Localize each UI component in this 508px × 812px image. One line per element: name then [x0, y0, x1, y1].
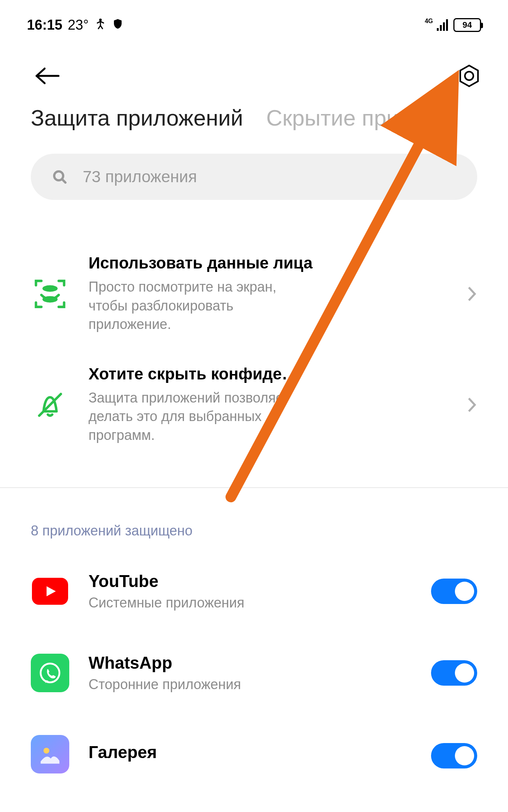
option-hide-notifications[interactable]: Хотите скрыть конфиденциальны… Защита пр… [31, 349, 477, 460]
toggle-whatsapp[interactable] [431, 660, 477, 686]
tab-app-lock[interactable]: Защита приложений [31, 105, 243, 131]
chevron-right-icon [466, 285, 477, 302]
svg-line-5 [62, 180, 65, 183]
app-row-gallery: Галерея [31, 714, 477, 795]
network-type: 4G [425, 18, 433, 25]
bell-off-icon [31, 388, 69, 422]
youtube-icon [31, 572, 69, 611]
options-block: Использовать данные лица Просто посмотри… [0, 200, 508, 488]
search-input[interactable]: 73 приложения [31, 154, 477, 200]
option-subtitle: Просто посмотрите на экран, чтобы разбло… [89, 278, 304, 334]
protected-count-header: 8 приложений защищено [0, 488, 508, 550]
app-row-youtube: YouTube Системные приложения [31, 550, 477, 632]
app-row-whatsapp: WhatsApp Сторонние приложения [31, 632, 477, 714]
gear-icon [457, 64, 481, 88]
svg-point-7 [42, 296, 57, 303]
activity-icon [94, 17, 107, 33]
app-list: YouTube Системные приложения WhatsApp Ст… [0, 550, 508, 795]
svg-point-3 [465, 72, 473, 80]
status-right: 4G 94 [425, 18, 481, 32]
status-bar: 16:15 23° 4G 94 [0, 0, 508, 33]
svg-marker-2 [460, 65, 478, 86]
svg-point-11 [41, 663, 60, 682]
app-category: Системные приложения [89, 595, 412, 611]
app-name: YouTube [89, 572, 412, 591]
settings-button[interactable] [457, 64, 481, 89]
battery-icon: 94 [453, 18, 481, 32]
app-category: Сторонние приложения [89, 676, 412, 693]
status-time: 16:15 [27, 17, 62, 33]
toggle-gallery[interactable] [431, 743, 477, 768]
option-face-unlock[interactable]: Использовать данные лица Просто посмотри… [31, 238, 477, 349]
gallery-icon [31, 735, 69, 773]
back-button[interactable] [35, 66, 62, 87]
app-name: Галерея [89, 743, 412, 762]
svg-point-12 [43, 748, 49, 753]
tabs: Защита приложений Скрытие прил [0, 101, 508, 131]
option-title: Хотите скрыть конфиденциальны… [89, 365, 304, 383]
battery-level: 94 [463, 20, 472, 30]
app-name: WhatsApp [89, 653, 412, 673]
search-icon [52, 169, 67, 185]
tab-app-hide[interactable]: Скрытие прил [266, 105, 412, 131]
whatsapp-icon [31, 654, 69, 692]
status-temperature: 23° [68, 17, 89, 33]
face-unlock-icon [31, 277, 69, 311]
app-bar [0, 33, 508, 101]
search-placeholder: 73 приложения [83, 168, 197, 186]
arrow-left-icon [35, 66, 62, 86]
shield-icon [112, 17, 124, 33]
svg-point-0 [99, 18, 102, 21]
status-left: 16:15 23° [27, 17, 124, 33]
option-title: Использовать данные лица [89, 254, 447, 272]
toggle-youtube[interactable] [431, 579, 477, 604]
option-subtitle: Защита приложений позволяет делать это д… [89, 389, 304, 445]
signal-icon [437, 19, 448, 31]
svg-point-6 [42, 285, 57, 292]
chevron-right-icon [466, 396, 477, 413]
